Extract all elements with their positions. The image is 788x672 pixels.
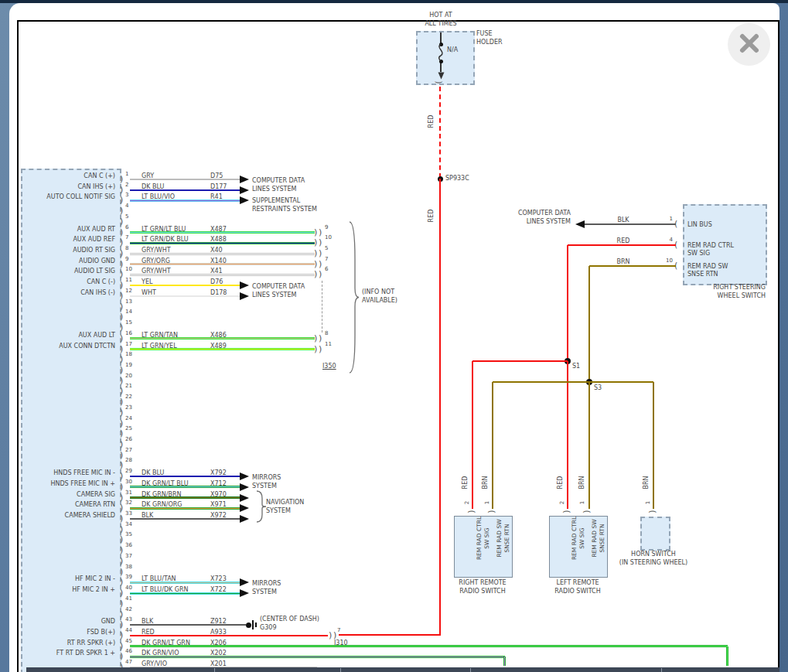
pin-label: CAMERA SIG bbox=[21, 490, 115, 499]
pin-arc: ) bbox=[120, 419, 123, 428]
switch-pin-number: 2 bbox=[558, 472, 566, 534]
info-brace bbox=[348, 221, 360, 374]
pin-number: 31 bbox=[125, 490, 132, 496]
pin-arc: ) bbox=[120, 483, 123, 491]
wire-segment bbox=[492, 382, 493, 509]
system-label: SYSTEM bbox=[266, 507, 291, 515]
arrow-right-icon bbox=[240, 186, 249, 194]
mating-pin-arc: ) bbox=[314, 228, 317, 237]
arrow-right-icon bbox=[240, 578, 249, 586]
wire-color-name: DK BLU bbox=[142, 182, 164, 191]
pin-label: CAN IHS (-) bbox=[21, 288, 115, 297]
pin-number: 39 bbox=[125, 574, 132, 581]
pin-arc: ) bbox=[120, 302, 123, 311]
system-label: MIRRORS bbox=[252, 473, 281, 482]
circuit-code: A933 bbox=[210, 628, 227, 636]
pin-label: FSD B(+) bbox=[21, 628, 115, 636]
toolbar-separator bbox=[661, 668, 662, 672]
system-label: RESTRAINTS SYSTEM bbox=[252, 205, 317, 213]
pin-number: 18 bbox=[125, 351, 132, 358]
pin-arc: ) bbox=[120, 557, 123, 565]
pin-label: AUX AUD REF bbox=[21, 235, 115, 244]
wire-segment bbox=[726, 646, 728, 666]
system-label: LINES SYSTEM bbox=[252, 291, 296, 299]
pin-number: 41 bbox=[125, 595, 132, 602]
pin-arc: ) bbox=[120, 334, 123, 343]
pin-arc: ) bbox=[120, 206, 123, 215]
wire-segment bbox=[339, 634, 441, 636]
arrow-right-icon bbox=[240, 589, 249, 597]
pin-number: 33 bbox=[125, 510, 132, 517]
switch-pin-number: 2 bbox=[463, 472, 471, 534]
mating-pin-arc: ) bbox=[314, 238, 317, 247]
pin-arc: ) bbox=[120, 578, 123, 586]
hot-at-label: ALL TIMES bbox=[414, 19, 468, 28]
switch-pin-number: 1 bbox=[578, 472, 586, 534]
pin-arc: ) bbox=[120, 260, 123, 268]
system-label: COMPUTER DATA bbox=[510, 209, 571, 217]
pin-number: 23 bbox=[125, 404, 132, 411]
pin-number: 12 bbox=[125, 288, 132, 295]
switch-pin-number: 1 bbox=[483, 472, 491, 534]
horn-caption: HORN SWITCH bbox=[619, 550, 688, 558]
system-label: COMPUTER DATA bbox=[252, 176, 305, 185]
wire-color-name: DK GRN/VIO bbox=[142, 649, 179, 657]
pin-label: AUX CONN DTCTN bbox=[21, 342, 115, 350]
circuit-code: D178 bbox=[210, 288, 227, 297]
circuit-code: X971 bbox=[210, 500, 227, 509]
wire-color-name: DK GRN/BRN bbox=[142, 490, 181, 499]
ground-location: (CENTER OF DASH) bbox=[260, 615, 319, 623]
wire-segment bbox=[130, 635, 328, 636]
pin-arc: ) bbox=[120, 568, 123, 576]
pin-arc: ) bbox=[120, 546, 123, 554]
pin-arc: ) bbox=[120, 345, 123, 353]
circuit-code: X41 bbox=[210, 267, 223, 275]
pin-number: 44 bbox=[125, 627, 132, 634]
pin-arc: ) bbox=[120, 397, 123, 406]
mating-pin-arc: ) bbox=[314, 345, 317, 353]
pin-number: 32 bbox=[125, 500, 132, 507]
diagram-viewer-window: HOT ATALL TIMESFUSEHOLDERN/A)REDSP933CRE… bbox=[0, 0, 788, 672]
wire-color-name: DK BLU bbox=[142, 469, 164, 477]
pin-number: 3 bbox=[125, 192, 128, 199]
inline-pin-number: 7 bbox=[337, 627, 340, 634]
close-button[interactable] bbox=[728, 23, 770, 66]
wire-segment bbox=[588, 382, 590, 509]
wire-color-name: BLK bbox=[142, 511, 153, 520]
pin-label: HNDS FREE MIC IN - bbox=[21, 469, 115, 477]
wire-color-name: LT GRN/YEL bbox=[142, 342, 177, 350]
switch-pin-label-line: SNSE RTN bbox=[503, 507, 511, 569]
wire-segment bbox=[439, 179, 441, 636]
bottom-toolbar[interactable] bbox=[26, 667, 779, 672]
mating-pin-arc: ) bbox=[314, 334, 317, 343]
mating-pin-arc: ) bbox=[314, 270, 317, 278]
switch-pin-label: REM RAD SWSNSE RTN bbox=[591, 507, 606, 569]
wire-color-name: DK GRN/LT BLU bbox=[142, 479, 189, 488]
pin-number: 29 bbox=[125, 468, 132, 475]
pin-number: 30 bbox=[125, 479, 132, 486]
splice-label: S1 bbox=[572, 362, 580, 370]
wire-color-name: GRY/WHT bbox=[142, 267, 171, 275]
pin-label: AUDIO LT SIG bbox=[21, 267, 115, 275]
info-note: AVAILABLE) bbox=[362, 296, 397, 305]
switch-pin-label-line: REM RAD SW bbox=[591, 507, 599, 569]
fuse-icon bbox=[435, 43, 447, 62]
pin-number: 46 bbox=[125, 648, 132, 655]
mating-pin-arc: ) bbox=[319, 228, 322, 237]
circuit-code: X792 bbox=[210, 469, 227, 477]
pin-number: 40 bbox=[125, 585, 132, 592]
wire-segment bbox=[472, 361, 473, 509]
pin-number: 20 bbox=[125, 373, 132, 380]
pin-arc: ) bbox=[120, 503, 123, 512]
pin-label: AUX AUD LT bbox=[21, 331, 115, 339]
switch-pin-arc: ) bbox=[582, 510, 591, 513]
radio-connector-box bbox=[21, 169, 121, 672]
pin-arc: ) bbox=[120, 270, 123, 278]
pin-arc: ) bbox=[120, 355, 123, 363]
circuit-code: X206 bbox=[210, 639, 227, 647]
pin-arc: ) bbox=[120, 610, 123, 619]
pin-label: HNDS FREE MIC IN + bbox=[21, 479, 115, 488]
steering-pin-number: 10 bbox=[659, 258, 673, 264]
pin-arc: ) bbox=[120, 525, 123, 534]
fuse-out-arrow-icon bbox=[438, 73, 445, 80]
